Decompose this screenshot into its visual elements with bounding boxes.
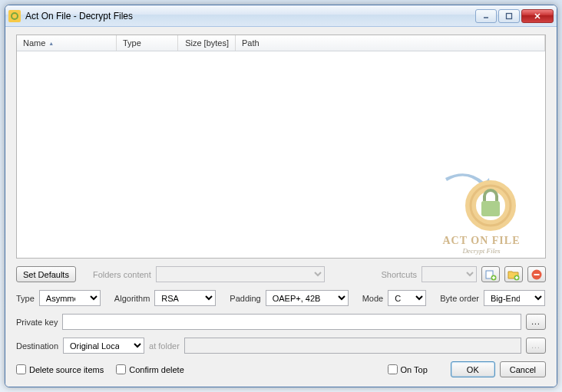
- content-area: Name▲ Type Size [bytes] Path ACT ON FILE…: [5, 27, 557, 387]
- window-title: Act On File - Decrypt Files: [25, 11, 475, 21]
- private-key-browse-button[interactable]: ...: [526, 314, 546, 330]
- on-top-check[interactable]: [388, 364, 398, 374]
- column-path-label: Path: [242, 38, 260, 48]
- on-top-label: On Top: [401, 365, 428, 374]
- type-label: Type: [16, 294, 35, 303]
- shortcuts-label: Shortcuts: [382, 270, 417, 279]
- set-defaults-button[interactable]: Set Defaults: [16, 266, 76, 282]
- dialog-window: Act On File - Decrypt Files Name▲ Type S…: [5, 5, 557, 387]
- destination-select[interactable]: Original Location: [63, 338, 144, 354]
- column-size[interactable]: Size [bytes]: [178, 35, 236, 51]
- algorithm-select[interactable]: RSA: [154, 290, 216, 306]
- delete-source-label: Delete source items: [29, 365, 104, 374]
- delete-source-checkbox[interactable]: Delete source items: [16, 364, 104, 374]
- mode-select[interactable]: CBC: [388, 290, 426, 306]
- column-size-label: Size [bytes]: [185, 38, 229, 48]
- cancel-button[interactable]: Cancel: [500, 361, 546, 377]
- shortcuts-select: [422, 266, 477, 282]
- byteorder-select[interactable]: Big-Endian: [484, 290, 545, 306]
- delete-source-check[interactable]: [16, 364, 26, 374]
- list-header: Name▲ Type Size [bytes] Path: [17, 35, 545, 51]
- toolbar-row: Set Defaults Folders content Shortcuts: [16, 266, 546, 282]
- maximize-button[interactable]: [498, 9, 520, 23]
- folders-content-label: Folders content: [93, 270, 151, 279]
- destination-browse-button: ...: [526, 338, 546, 354]
- remove-button[interactable]: [527, 266, 546, 282]
- padding-select[interactable]: OAEP+, 42B adj: [266, 290, 349, 306]
- private-key-input[interactable]: [62, 314, 521, 330]
- watermark: ACT ON FILE Decrypt Files: [424, 163, 539, 255]
- svg-rect-6: [481, 201, 500, 216]
- private-key-label: Private key: [16, 318, 58, 327]
- algorithm-label: Algorithm: [114, 294, 150, 303]
- confirm-delete-label: Confirm delete: [129, 365, 184, 374]
- add-file-button[interactable]: [481, 266, 500, 282]
- window-controls: [475, 9, 554, 23]
- destination-folder-input: [184, 338, 521, 354]
- footer-row: Delete source items Confirm delete On To…: [16, 361, 546, 377]
- folders-content-select: [156, 266, 325, 282]
- column-type[interactable]: Type: [117, 35, 178, 51]
- column-path[interactable]: Path: [236, 35, 545, 51]
- mode-label: Mode: [362, 294, 384, 303]
- close-button[interactable]: [521, 9, 554, 23]
- column-type-label: Type: [123, 38, 141, 48]
- ok-button[interactable]: OK: [451, 361, 495, 377]
- watermark-sub: Decrypt Files: [462, 247, 500, 255]
- destination-row: Destination Original Location at folder …: [16, 338, 546, 354]
- add-folder-button[interactable]: [504, 266, 523, 282]
- type-select[interactable]: Asymmetric: [39, 290, 101, 306]
- padding-label: Padding: [230, 294, 260, 303]
- svg-rect-1: [507, 13, 512, 18]
- confirm-delete-check[interactable]: [116, 364, 126, 374]
- app-icon: [8, 10, 21, 22]
- params-row: Type Asymmetric Algorithm RSA Padding OA…: [16, 290, 546, 306]
- byteorder-label: Byte order: [440, 294, 479, 303]
- column-name-label: Name: [23, 38, 45, 48]
- minimize-button[interactable]: [475, 9, 497, 23]
- on-top-checkbox[interactable]: On Top: [388, 364, 428, 374]
- watermark-title: ACT ON FILE: [443, 235, 521, 247]
- at-folder-label: at folder: [149, 341, 180, 351]
- destination-label: Destination: [16, 341, 58, 351]
- titlebar[interactable]: Act On File - Decrypt Files: [5, 5, 557, 27]
- sort-asc-icon: ▲: [48, 41, 54, 46]
- confirm-delete-checkbox[interactable]: Confirm delete: [116, 364, 184, 374]
- private-key-row: Private key ...: [16, 314, 546, 330]
- file-list[interactable]: Name▲ Type Size [bytes] Path ACT ON FILE…: [16, 35, 546, 259]
- column-name[interactable]: Name▲: [17, 35, 117, 51]
